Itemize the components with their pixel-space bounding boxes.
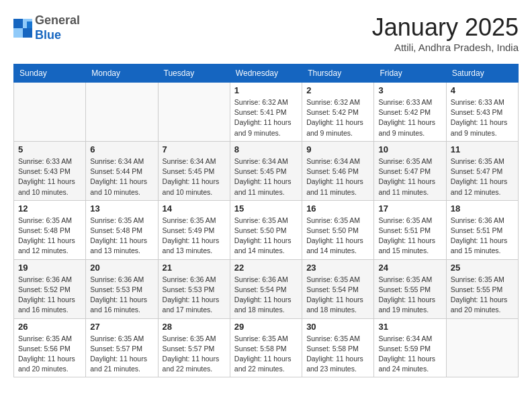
calendar-cell: 3Sunrise: 6:33 AM Sunset: 5:42 PM Daylig… <box>374 83 446 142</box>
logo-text: General Blue <box>35 13 80 42</box>
day-number: 10 <box>378 144 441 154</box>
logo-blue: Blue <box>35 28 61 42</box>
day-info: Sunrise: 6:35 AM Sunset: 5:57 PM Dayligh… <box>163 334 226 375</box>
day-number: 19 <box>18 263 81 273</box>
day-number: 18 <box>451 203 514 214</box>
calendar-cell: 27Sunrise: 6:35 AM Sunset: 5:57 PM Dayli… <box>86 318 158 377</box>
day-number: 11 <box>451 144 514 154</box>
calendar-week-4: 19Sunrise: 6:36 AM Sunset: 5:52 PM Dayli… <box>14 259 519 318</box>
day-info: Sunrise: 6:33 AM Sunset: 5:43 PM Dayligh… <box>451 97 514 138</box>
svg-rect-0 <box>13 19 23 28</box>
day-number: 24 <box>378 263 441 273</box>
calendar-cell: 23Sunrise: 6:35 AM Sunset: 5:54 PM Dayli… <box>302 259 374 318</box>
day-number: 2 <box>306 85 369 95</box>
calendar-cell: 19Sunrise: 6:36 AM Sunset: 5:52 PM Dayli… <box>14 259 86 318</box>
day-number: 25 <box>451 263 514 273</box>
calendar-cell: 26Sunrise: 6:35 AM Sunset: 5:56 PM Dayli… <box>14 318 86 377</box>
calendar-week-2: 5Sunrise: 6:33 AM Sunset: 5:43 PM Daylig… <box>14 141 519 200</box>
day-number: 23 <box>306 263 369 273</box>
calendar-cell: 17Sunrise: 6:35 AM Sunset: 5:51 PM Dayli… <box>374 200 446 259</box>
weekday-header-row: SundayMondayTuesdayWednesdayThursdayFrid… <box>14 64 519 83</box>
day-number: 28 <box>163 322 226 332</box>
day-info: Sunrise: 6:35 AM Sunset: 5:55 PM Dayligh… <box>378 275 441 316</box>
day-info: Sunrise: 6:36 AM Sunset: 5:52 PM Dayligh… <box>18 275 81 316</box>
day-info: Sunrise: 6:35 AM Sunset: 5:51 PM Dayligh… <box>378 216 441 257</box>
calendar-cell: 24Sunrise: 6:35 AM Sunset: 5:55 PM Dayli… <box>374 259 446 318</box>
day-number: 30 <box>306 322 369 332</box>
calendar-cell: 2Sunrise: 6:32 AM Sunset: 5:42 PM Daylig… <box>302 83 374 142</box>
day-info: Sunrise: 6:35 AM Sunset: 5:47 PM Dayligh… <box>378 156 441 197</box>
calendar-cell: 28Sunrise: 6:35 AM Sunset: 5:57 PM Dayli… <box>158 318 230 377</box>
day-info: Sunrise: 6:35 AM Sunset: 5:55 PM Dayligh… <box>451 275 514 316</box>
calendar-cell: 1Sunrise: 6:32 AM Sunset: 5:41 PM Daylig… <box>230 83 302 142</box>
calendar-week-3: 12Sunrise: 6:35 AM Sunset: 5:48 PM Dayli… <box>14 200 519 259</box>
day-number: 3 <box>378 85 441 95</box>
calendar-cell: 30Sunrise: 6:35 AM Sunset: 5:58 PM Dayli… <box>302 318 374 377</box>
calendar-cell: 14Sunrise: 6:35 AM Sunset: 5:49 PM Dayli… <box>158 200 230 259</box>
weekday-header-monday: Monday <box>86 64 158 83</box>
day-info: Sunrise: 6:35 AM Sunset: 5:56 PM Dayligh… <box>18 334 81 375</box>
day-number: 6 <box>90 144 153 154</box>
weekday-header-thursday: Thursday <box>302 64 374 83</box>
day-number: 1 <box>234 85 298 95</box>
calendar-week-5: 26Sunrise: 6:35 AM Sunset: 5:56 PM Dayli… <box>14 318 519 377</box>
weekday-header-tuesday: Tuesday <box>158 64 230 83</box>
day-info: Sunrise: 6:34 AM Sunset: 5:45 PM Dayligh… <box>234 156 298 197</box>
title-block: January 2025 Attili, Andhra Pradesh, Ind… <box>372 13 519 53</box>
calendar-week-1: 1Sunrise: 6:32 AM Sunset: 5:41 PM Daylig… <box>14 83 519 142</box>
calendar-cell <box>14 83 86 142</box>
calendar-cell: 10Sunrise: 6:35 AM Sunset: 5:47 PM Dayli… <box>374 141 446 200</box>
calendar-cell: 6Sunrise: 6:34 AM Sunset: 5:44 PM Daylig… <box>86 141 158 200</box>
weekday-header-sunday: Sunday <box>14 64 86 83</box>
svg-marker-4 <box>27 21 32 28</box>
weekday-header-friday: Friday <box>374 64 446 83</box>
calendar-cell: 11Sunrise: 6:35 AM Sunset: 5:47 PM Dayli… <box>446 141 518 200</box>
day-info: Sunrise: 6:32 AM Sunset: 5:41 PM Dayligh… <box>234 97 298 138</box>
day-number: 21 <box>163 263 226 273</box>
calendar-cell: 15Sunrise: 6:35 AM Sunset: 5:50 PM Dayli… <box>230 200 302 259</box>
day-number: 4 <box>451 85 514 95</box>
logo-icon <box>13 19 32 38</box>
day-number: 15 <box>234 203 298 214</box>
calendar-cell: 29Sunrise: 6:35 AM Sunset: 5:58 PM Dayli… <box>230 318 302 377</box>
day-info: Sunrise: 6:33 AM Sunset: 5:42 PM Dayligh… <box>378 97 441 138</box>
day-number: 9 <box>306 144 369 154</box>
calendar-cell: 12Sunrise: 6:35 AM Sunset: 5:48 PM Dayli… <box>14 200 86 259</box>
day-number: 12 <box>18 203 81 214</box>
day-info: Sunrise: 6:35 AM Sunset: 5:58 PM Dayligh… <box>306 334 369 375</box>
day-info: Sunrise: 6:35 AM Sunset: 5:54 PM Dayligh… <box>306 275 369 316</box>
day-info: Sunrise: 6:35 AM Sunset: 5:50 PM Dayligh… <box>306 216 369 257</box>
day-number: 20 <box>90 263 153 273</box>
day-info: Sunrise: 6:35 AM Sunset: 5:48 PM Dayligh… <box>90 216 153 257</box>
logo: General Blue <box>13 13 80 42</box>
day-number: 29 <box>234 322 298 332</box>
day-number: 13 <box>90 203 153 214</box>
day-info: Sunrise: 6:36 AM Sunset: 5:54 PM Dayligh… <box>234 275 298 316</box>
day-info: Sunrise: 6:36 AM Sunset: 5:53 PM Dayligh… <box>90 275 153 316</box>
day-info: Sunrise: 6:34 AM Sunset: 5:44 PM Dayligh… <box>90 156 153 197</box>
day-info: Sunrise: 6:35 AM Sunset: 5:48 PM Dayligh… <box>18 216 81 257</box>
day-number: 5 <box>18 144 81 154</box>
day-info: Sunrise: 6:36 AM Sunset: 5:51 PM Dayligh… <box>451 216 514 257</box>
svg-rect-3 <box>23 28 32 38</box>
calendar-cell: 21Sunrise: 6:36 AM Sunset: 5:53 PM Dayli… <box>158 259 230 318</box>
weekday-header-wednesday: Wednesday <box>230 64 302 83</box>
calendar-cell: 16Sunrise: 6:35 AM Sunset: 5:50 PM Dayli… <box>302 200 374 259</box>
calendar-cell <box>446 318 518 377</box>
calendar-cell <box>158 83 230 142</box>
calendar-table: SundayMondayTuesdayWednesdayThursdayFrid… <box>13 64 519 377</box>
day-number: 14 <box>163 203 226 214</box>
month-title: January 2025 <box>372 13 519 42</box>
day-number: 31 <box>378 322 441 332</box>
calendar-cell: 9Sunrise: 6:34 AM Sunset: 5:46 PM Daylig… <box>302 141 374 200</box>
calendar-cell: 13Sunrise: 6:35 AM Sunset: 5:48 PM Dayli… <box>86 200 158 259</box>
day-info: Sunrise: 6:34 AM Sunset: 5:46 PM Dayligh… <box>306 156 369 197</box>
calendar-cell: 22Sunrise: 6:36 AM Sunset: 5:54 PM Dayli… <box>230 259 302 318</box>
calendar-cell: 4Sunrise: 6:33 AM Sunset: 5:43 PM Daylig… <box>446 83 518 142</box>
day-number: 8 <box>234 144 298 154</box>
day-number: 22 <box>234 263 298 273</box>
location-subtitle: Attili, Andhra Pradesh, India <box>372 42 519 53</box>
day-number: 26 <box>18 322 81 332</box>
calendar-cell: 25Sunrise: 6:35 AM Sunset: 5:55 PM Dayli… <box>446 259 518 318</box>
day-number: 7 <box>163 144 226 154</box>
